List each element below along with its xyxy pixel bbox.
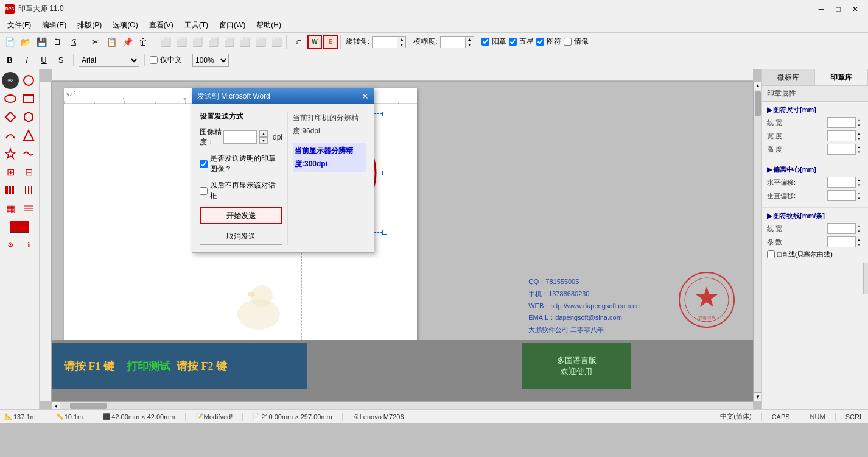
cancel-send-button[interactable]: 取消发送	[200, 228, 282, 245]
restore-button[interactable]: □	[830, 3, 846, 15]
dpi-input[interactable]: 300	[223, 130, 257, 144]
diamond-stamp-icon[interactable]	[2, 108, 19, 126]
triangle-icon[interactable]	[20, 127, 37, 144]
rect-stamp-icon[interactable]	[20, 90, 37, 107]
text-arc-icon[interactable]	[2, 127, 19, 144]
horizontal-scrollbar[interactable]: ◄	[52, 401, 753, 409]
rotate-ccw-button[interactable]: ⬜	[269, 35, 284, 49]
excel-send-button[interactable]: E	[323, 35, 338, 49]
ho-down[interactable]: ▼	[855, 182, 863, 188]
save-button[interactable]: 💾	[34, 35, 49, 49]
checkbox-wuxing[interactable]	[509, 38, 517, 46]
grid-icon1[interactable]: ⊞	[2, 163, 19, 180]
wave-icon[interactable]	[20, 145, 37, 162]
vo-down[interactable]: ▼	[855, 196, 863, 201]
handle-br[interactable]	[382, 230, 387, 235]
lw2-down[interactable]: ▼	[855, 228, 863, 234]
lines-count-input[interactable]: 0	[828, 237, 855, 247]
ho-up[interactable]: ▲	[855, 177, 863, 182]
barcode-icon[interactable]	[2, 182, 19, 199]
align-top-button[interactable]: ⬜	[190, 35, 205, 49]
handle-tr[interactable]	[382, 112, 387, 116]
lines-icon[interactable]	[20, 200, 37, 217]
precision-down[interactable]: ▼	[465, 42, 474, 48]
copy-button[interactable]: 📋	[104, 35, 119, 49]
scroll-thumb-h[interactable]	[70, 403, 107, 409]
cut-button[interactable]: ✂	[88, 35, 103, 49]
rotation-down[interactable]: ▼	[397, 42, 405, 48]
color-swatch[interactable]	[10, 221, 29, 233]
dpi-up[interactable]: ▲	[259, 130, 268, 137]
flip-h-button[interactable]: ⬜	[222, 35, 236, 49]
chinese-only-checkbox[interactable]	[150, 56, 158, 64]
settings-icon[interactable]: ⚙	[2, 236, 19, 253]
lc-down[interactable]: ▼	[855, 242, 863, 247]
handle-mr[interactable]	[382, 171, 387, 175]
delete-button[interactable]: 🗑	[136, 35, 150, 49]
checkbox-tufu[interactable]	[536, 38, 544, 46]
grid3-icon[interactable]: ▦	[2, 200, 19, 217]
underline-button[interactable]: U	[37, 53, 51, 68]
precision-input[interactable]: 0	[441, 37, 465, 48]
bold-button[interactable]: B	[2, 53, 17, 68]
menu-edit[interactable]: 编辑(E)	[37, 19, 71, 32]
special1-button[interactable]: 🏷	[292, 35, 306, 49]
checkbox-yangzhang[interactable]	[481, 38, 489, 46]
menu-window[interactable]: 窗口(W)	[214, 19, 250, 32]
word-send-button[interactable]: W	[307, 35, 322, 49]
lw-up[interactable]: ▲	[855, 117, 863, 122]
circle-stamp-icon[interactable]	[20, 72, 37, 89]
start-send-button[interactable]: 开始发送	[200, 207, 282, 224]
close-button[interactable]: ✕	[847, 3, 863, 15]
menu-layout[interactable]: 排版(P)	[72, 19, 107, 32]
align-left-button[interactable]: ⬜	[158, 35, 173, 49]
transparent-checkbox[interactable]	[200, 160, 208, 168]
w-down[interactable]: ▼	[855, 136, 863, 141]
straight-line-checkbox[interactable]	[767, 250, 775, 258]
strikethrough-button[interactable]: S	[54, 53, 68, 68]
scroll-left-arrow[interactable]: ◄	[52, 402, 60, 409]
rotate-cw-button[interactable]: ⬜	[253, 35, 268, 49]
new-button[interactable]: 📄	[2, 35, 17, 49]
menu-view[interactable]: 查看(V)	[144, 19, 178, 32]
scroll-down-arrow[interactable]: ▼	[754, 392, 761, 401]
lw-down[interactable]: ▼	[855, 122, 863, 128]
width-input[interactable]: 14.00	[828, 131, 855, 141]
vo-up[interactable]: ▲	[855, 190, 863, 196]
open-button[interactable]: 📂	[18, 35, 33, 49]
saveas-button[interactable]: 🗒	[50, 35, 65, 49]
flip-v-button[interactable]: ⬜	[237, 35, 252, 49]
rotation-up[interactable]: ▲	[397, 37, 405, 42]
menu-help[interactable]: 帮助(H)	[251, 19, 286, 32]
v-offset-input[interactable]: 0.00	[828, 191, 855, 200]
vertical-scrollbar[interactable]: ▲ ▼	[753, 82, 761, 401]
menu-file[interactable]: 文件(F)	[2, 19, 36, 32]
lw2-up[interactable]: ▲	[855, 223, 863, 228]
height-input[interactable]: 14.00	[828, 144, 855, 154]
star-icon[interactable]	[2, 145, 19, 162]
align-right-button[interactable]: ⬜	[174, 35, 189, 49]
print-button[interactable]: 🖨	[66, 35, 80, 49]
h-down[interactable]: ▼	[855, 149, 863, 155]
paste-button[interactable]: 📌	[120, 35, 135, 49]
menu-options[interactable]: 选项(O)	[108, 19, 142, 32]
font-size-select[interactable]: 100%	[192, 54, 229, 67]
italic-button[interactable]: I	[19, 53, 34, 68]
line-width-input[interactable]: 0.00	[828, 118, 855, 127]
tab-stamp-library[interactable]: 印章库	[815, 69, 868, 85]
h-offset-input[interactable]: 0.00	[828, 177, 855, 187]
dialog-close-button[interactable]: ✕	[362, 91, 369, 101]
grid-icon2[interactable]: ⊟	[20, 163, 37, 180]
no-show-checkbox[interactable]	[200, 187, 208, 195]
hexagon-stamp-icon[interactable]	[20, 108, 37, 126]
align-bottom-button[interactable]: ⬜	[206, 35, 220, 49]
checkbox-qingxiang[interactable]	[564, 38, 572, 46]
tab-microbadge[interactable]: 微标库	[762, 69, 815, 85]
rotation-input[interactable]: 0	[373, 37, 397, 48]
barcode2-icon[interactable]	[20, 182, 37, 199]
info-icon[interactable]: ℹ	[20, 236, 37, 253]
h-up[interactable]: ▲	[855, 144, 863, 149]
right-panel-scrollbar[interactable]	[863, 263, 868, 294]
lc-up[interactable]: ▲	[855, 236, 863, 242]
oval-stamp-icon[interactable]	[2, 90, 19, 107]
